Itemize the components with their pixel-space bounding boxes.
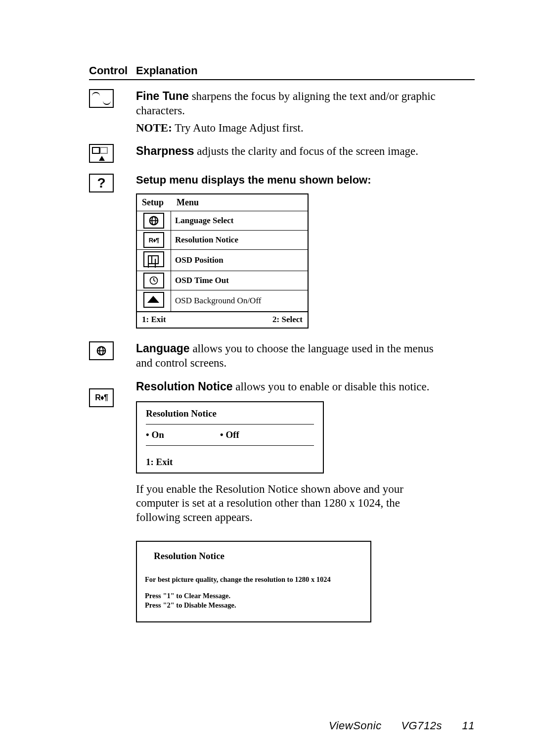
menu-item-osd-background: OSD Background On/Off: [171, 290, 308, 312]
sharpness-icon: [89, 144, 114, 163]
big-notice-title: Resolution Notice: [145, 551, 362, 562]
row-setup-heading: ? Setup menu displays the menu shown bel…: [89, 174, 475, 329]
svg-line-5: [154, 281, 155, 282]
setup-menu-select: 2: Select: [272, 315, 303, 325]
menu-item-osd-timeout: OSD Time Out: [171, 271, 308, 290]
row-big-notice: Resolution Notice For best picture quali…: [89, 534, 475, 622]
resbox-option-off: • Off: [220, 429, 239, 440]
footer-brand: ViewSonic: [329, 719, 382, 732]
position-icon: [143, 251, 164, 267]
row-resolution-notice: R♦¶ Resolution Notice allows you to enab…: [89, 379, 475, 473]
resolution-notice-title: Resolution Notice: [136, 380, 233, 393]
resolution-icon-large: R♦¶: [89, 388, 114, 407]
row-fine-tune: Fine Tune sharpens the focus by aligning…: [89, 89, 475, 135]
setup-heading: Setup menu displays the menu shown below…: [136, 174, 371, 187]
background-icon: [143, 292, 164, 308]
fine-tune-title: Fine Tune: [136, 90, 189, 102]
resbox-option-on: • On: [146, 429, 220, 440]
column-headers: Control Explanation: [89, 64, 475, 80]
page-footer: ViewSonic VG712s 11: [329, 719, 475, 732]
row-sharpness: Sharpness adjusts the clarity and focus …: [89, 144, 475, 165]
fine-tune-icon: [89, 89, 114, 108]
sharpness-text: adjusts the clarity and focus of the scr…: [194, 145, 418, 157]
note-text: Try Auto Image Adjust first.: [172, 122, 304, 134]
footer-model: VG712s: [401, 719, 442, 732]
question-icon: ?: [89, 174, 114, 192]
big-notice-box: Resolution Notice For best picture quali…: [136, 541, 371, 622]
globe-icon: [143, 213, 164, 229]
header-control: Control: [89, 64, 136, 77]
big-notice-line3: Press "2" to Disable Message.: [145, 601, 362, 610]
row-followup: If you enable the Resolution Notice show…: [89, 482, 475, 525]
footer-page: 11: [462, 719, 475, 732]
setup-menu-head-left: Setup: [142, 197, 177, 208]
big-notice-line2: Press "1" to Clear Message.: [145, 592, 362, 600]
menu-item-osd-position: OSD Position: [171, 250, 308, 271]
header-explanation: Explanation: [136, 64, 198, 77]
note-label: NOTE:: [136, 122, 172, 134]
setup-menu-box: Setup Menu Language Select R♦¶ Resolutio…: [136, 193, 309, 329]
setup-menu-head-right: Menu: [177, 197, 199, 208]
resolution-notice-text: allows you to enable or disable this not…: [233, 380, 430, 393]
menu-item-language: Language Select: [171, 211, 308, 231]
big-notice-line1: For best picture quality, change the res…: [145, 575, 362, 584]
menu-item-resolution: Resolution Notice: [171, 231, 308, 250]
language-title: Language: [136, 342, 190, 355]
resbox-title: Resolution Notice: [146, 408, 314, 419]
clock-icon: [143, 273, 164, 288]
resbox-exit: 1: Exit: [146, 446, 314, 468]
followup-text: If you enable the Resolution Notice show…: [136, 482, 438, 525]
resolution-notice-box: Resolution Notice • On • Off 1: Exit: [136, 401, 324, 473]
globe-icon-large: [89, 341, 114, 360]
row-language: Language allows you to choose the langua…: [89, 341, 475, 371]
resolution-icon: R♦¶: [143, 232, 164, 248]
setup-menu-exit: 1: Exit: [142, 315, 166, 325]
sharpness-title: Sharpness: [136, 144, 194, 157]
